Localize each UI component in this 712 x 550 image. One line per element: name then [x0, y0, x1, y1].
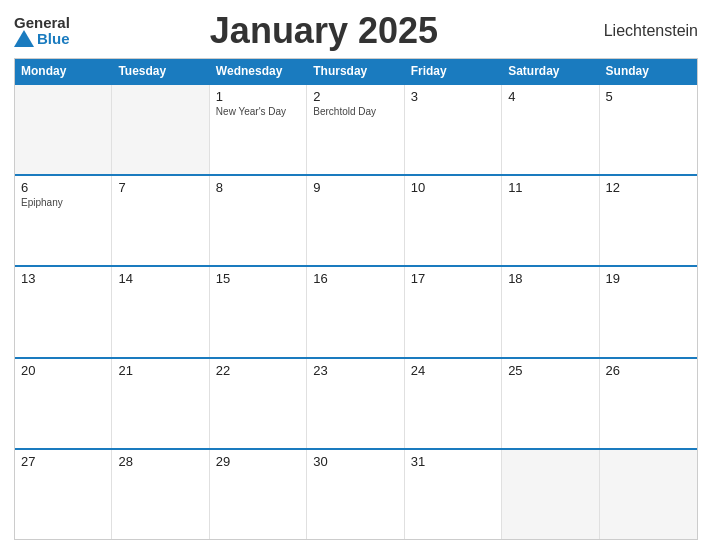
- cal-cell: [15, 85, 112, 174]
- page: General Blue January 2025 Liechtenstein …: [0, 0, 712, 550]
- day-number: 9: [313, 180, 397, 195]
- day-number: 17: [411, 271, 495, 286]
- day-number: 5: [606, 89, 691, 104]
- cal-cell: 16: [307, 267, 404, 356]
- cal-cell: 1New Year's Day: [210, 85, 307, 174]
- cal-cell: 13: [15, 267, 112, 356]
- day-number: 14: [118, 271, 202, 286]
- cal-cell: 15: [210, 267, 307, 356]
- day-number: 12: [606, 180, 691, 195]
- cal-cell: 31: [405, 450, 502, 539]
- day-number: 24: [411, 363, 495, 378]
- day-number: 8: [216, 180, 300, 195]
- cal-cell: 25: [502, 359, 599, 448]
- day-event: New Year's Day: [216, 106, 300, 117]
- day-number: 28: [118, 454, 202, 469]
- logo-blue-row: Blue: [14, 30, 70, 47]
- cal-cell: 22: [210, 359, 307, 448]
- cal-week: 13141516171819: [15, 265, 697, 356]
- cal-cell: 3: [405, 85, 502, 174]
- calendar-header-row: MondayTuesdayWednesdayThursdayFridaySatu…: [15, 59, 697, 83]
- day-number: 27: [21, 454, 105, 469]
- day-number: 20: [21, 363, 105, 378]
- day-number: 13: [21, 271, 105, 286]
- cal-cell: 24: [405, 359, 502, 448]
- logo-general-text: General: [14, 15, 70, 30]
- cal-cell: 4: [502, 85, 599, 174]
- cal-week: 1New Year's Day2Berchtold Day345: [15, 83, 697, 174]
- cal-week: 6Epiphany789101112: [15, 174, 697, 265]
- day-number: 4: [508, 89, 592, 104]
- logo-blue-text: Blue: [37, 31, 70, 46]
- cal-cell: 20: [15, 359, 112, 448]
- cal-cell: [112, 85, 209, 174]
- cal-cell: 30: [307, 450, 404, 539]
- day-number: 11: [508, 180, 592, 195]
- cal-cell: 11: [502, 176, 599, 265]
- header: General Blue January 2025 Liechtenstein: [14, 10, 698, 52]
- day-number: 25: [508, 363, 592, 378]
- day-number: 19: [606, 271, 691, 286]
- cal-header-cell: Wednesday: [210, 59, 307, 83]
- cal-header-cell: Sunday: [600, 59, 697, 83]
- cal-header-cell: Tuesday: [112, 59, 209, 83]
- cal-cell: 23: [307, 359, 404, 448]
- day-number: 22: [216, 363, 300, 378]
- cal-cell: 27: [15, 450, 112, 539]
- cal-week: 20212223242526: [15, 357, 697, 448]
- logo: General Blue: [14, 15, 70, 47]
- day-number: 23: [313, 363, 397, 378]
- cal-cell: 21: [112, 359, 209, 448]
- cal-week: 2728293031: [15, 448, 697, 539]
- cal-cell: 6Epiphany: [15, 176, 112, 265]
- cal-header-cell: Friday: [405, 59, 502, 83]
- cal-header-cell: Saturday: [502, 59, 599, 83]
- day-number: 10: [411, 180, 495, 195]
- cal-cell: [502, 450, 599, 539]
- cal-cell: 19: [600, 267, 697, 356]
- cal-cell: 12: [600, 176, 697, 265]
- cal-cell: 9: [307, 176, 404, 265]
- day-number: 15: [216, 271, 300, 286]
- country-label: Liechtenstein: [578, 22, 698, 40]
- cal-cell: 2Berchtold Day: [307, 85, 404, 174]
- day-number: 16: [313, 271, 397, 286]
- cal-cell: 18: [502, 267, 599, 356]
- calendar-title: January 2025: [70, 10, 578, 52]
- day-number: 6: [21, 180, 105, 195]
- day-number: 2: [313, 89, 397, 104]
- cal-cell: 26: [600, 359, 697, 448]
- day-number: 21: [118, 363, 202, 378]
- day-number: 3: [411, 89, 495, 104]
- cal-cell: 28: [112, 450, 209, 539]
- day-number: 7: [118, 180, 202, 195]
- day-number: 29: [216, 454, 300, 469]
- cal-cell: 17: [405, 267, 502, 356]
- day-number: 18: [508, 271, 592, 286]
- day-number: 30: [313, 454, 397, 469]
- day-number: 1: [216, 89, 300, 104]
- cal-cell: 7: [112, 176, 209, 265]
- logo-triangle-icon: [14, 30, 34, 47]
- cal-header-cell: Monday: [15, 59, 112, 83]
- cal-cell: 14: [112, 267, 209, 356]
- calendar-body: 1New Year's Day2Berchtold Day3456Epiphan…: [15, 83, 697, 539]
- calendar: MondayTuesdayWednesdayThursdayFridaySatu…: [14, 58, 698, 540]
- cal-cell: 10: [405, 176, 502, 265]
- day-event: Epiphany: [21, 197, 105, 208]
- day-number: 31: [411, 454, 495, 469]
- cal-cell: 29: [210, 450, 307, 539]
- cal-cell: [600, 450, 697, 539]
- cal-header-cell: Thursday: [307, 59, 404, 83]
- day-event: Berchtold Day: [313, 106, 397, 117]
- day-number: 26: [606, 363, 691, 378]
- cal-cell: 8: [210, 176, 307, 265]
- cal-cell: 5: [600, 85, 697, 174]
